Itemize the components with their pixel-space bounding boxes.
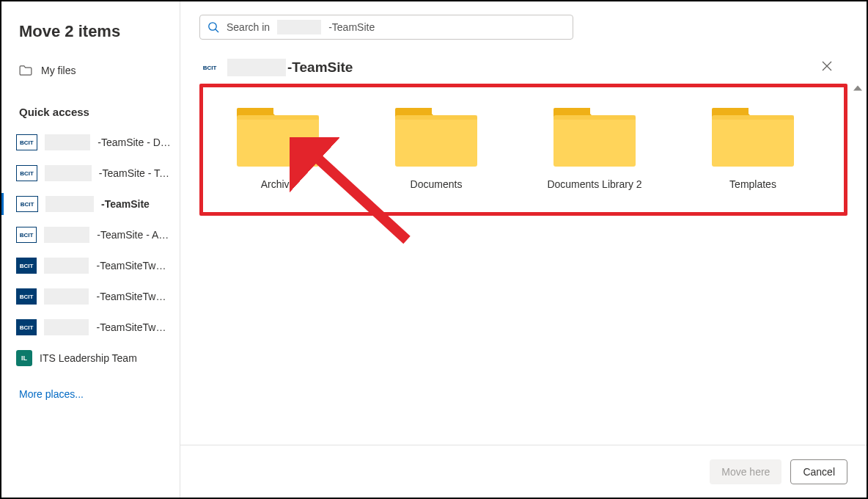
- svg-rect-10: [553, 115, 636, 120]
- sidebar-item-1[interactable]: BCIT-TeamSite - Te...: [1, 158, 180, 189]
- svg-line-1: [216, 29, 218, 32]
- redaction-mask: [44, 227, 89, 243]
- more-places-link[interactable]: More places...: [1, 374, 180, 415]
- svg-rect-6: [395, 115, 477, 167]
- folder-label: Archive: [261, 178, 295, 190]
- svg-rect-9: [553, 115, 636, 167]
- sidebar-item-label: -TeamSite: [101, 198, 150, 210]
- folder-icon: [234, 101, 322, 168]
- sidebar-item-6[interactable]: BCIT-TeamSiteTwo -...: [1, 312, 180, 343]
- sidebar-item-7[interactable]: ILITS Leadership Team: [1, 343, 180, 374]
- folder-label: Documents Library 2: [547, 178, 641, 190]
- bcit-logo-icon: BCIT: [16, 258, 37, 274]
- sidebar-item-label: -TeamSite - Te...: [99, 167, 171, 179]
- bcit-logo-icon: BCIT: [16, 227, 37, 243]
- svg-rect-12: [712, 115, 794, 167]
- svg-rect-4: [237, 115, 319, 120]
- search-field[interactable]: Search in -TeamSite: [199, 15, 573, 40]
- sidebar-item-label: -TeamSiteTwo -...: [96, 260, 171, 272]
- folder-icon: [392, 101, 480, 168]
- redaction-mask: [45, 165, 92, 181]
- sidebar-item-3[interactable]: BCIT-TeamSite - Arc...: [1, 219, 180, 250]
- redaction-mask: [44, 319, 89, 335]
- bcit-logo-icon: BCIT: [16, 319, 37, 335]
- close-icon: [822, 60, 832, 75]
- bcit-logo-icon: BCIT: [16, 165, 37, 181]
- breadcrumb-mask: [227, 59, 286, 76]
- search-placeholder-prefix: Search in: [227, 21, 270, 33]
- sidebar-item-label: -TeamSite - Arc...: [97, 229, 171, 241]
- sidebar-item-my-files[interactable]: My files: [1, 59, 180, 91]
- sidebar-item-2[interactable]: BCIT-TeamSite: [1, 189, 180, 219]
- footer: Move here Cancel: [180, 445, 867, 498]
- bcit-logo-icon: BCIT: [16, 288, 37, 305]
- content-area: Archive Documents Documents Library 2 Te…: [180, 82, 867, 445]
- svg-rect-13: [712, 115, 794, 120]
- folder-icon: [551, 101, 639, 168]
- folder-outline-icon: [19, 65, 32, 76]
- folder-grid: Archive Documents Documents Library 2 Te…: [218, 101, 829, 190]
- move-dialog: Move 2 items My files Quick access BCIT-…: [0, 0, 868, 499]
- redaction-mask: [44, 258, 89, 274]
- search-placeholder-suffix: -TeamSite: [328, 21, 375, 33]
- bcit-logo-icon: BCIT: [199, 62, 220, 73]
- my-files-label: My files: [41, 65, 76, 76]
- redaction-mask: [44, 288, 89, 305]
- sidebar-item-label: -TeamSiteTwo -...: [96, 321, 171, 333]
- folder-label: Documents: [411, 178, 463, 190]
- search-icon: [207, 21, 219, 33]
- search-bar-area: Search in -TeamSite: [180, 1, 867, 45]
- sidebar: Move 2 items My files Quick access BCIT-…: [1, 1, 180, 498]
- breadcrumb-row: BCIT -TeamSite: [180, 45, 867, 82]
- folder-tile-templates[interactable]: Templates: [702, 101, 804, 190]
- site-initials-icon: IL: [16, 350, 32, 366]
- close-button[interactable]: [817, 57, 837, 78]
- bcit-logo-icon: BCIT: [16, 134, 37, 150]
- breadcrumb-suffix: -TeamSite: [287, 59, 353, 76]
- folder-icon: [709, 101, 797, 168]
- redaction-mask: [45, 196, 94, 212]
- search-placeholder-mask: [277, 20, 321, 34]
- svg-rect-7: [395, 115, 477, 120]
- svg-rect-3: [237, 115, 319, 167]
- move-here-button[interactable]: Move here: [710, 459, 781, 484]
- sidebar-item-label: -TeamSiteTwo -...: [96, 291, 171, 302]
- bcit-logo-icon: BCIT: [16, 196, 38, 212]
- dialog-title: Move 2 items: [1, 16, 180, 59]
- main-panel: Search in -TeamSite BCIT -TeamSite: [180, 1, 867, 498]
- svg-point-0: [209, 23, 216, 30]
- cancel-button[interactable]: Cancel: [790, 459, 847, 484]
- sidebar-item-4[interactable]: BCIT-TeamSiteTwo -...: [1, 250, 180, 281]
- sidebar-item-label: ITS Leadership Team: [40, 352, 137, 364]
- sidebar-item-5[interactable]: BCIT-TeamSiteTwo -...: [1, 281, 180, 312]
- annotation-highlight-box: Archive Documents Documents Library 2 Te…: [199, 84, 847, 216]
- folder-tile-documents-library-2[interactable]: Documents Library 2: [543, 101, 646, 190]
- redaction-mask: [45, 134, 91, 150]
- quick-access-header: Quick access: [1, 91, 180, 127]
- sidebar-item-0[interactable]: BCIT-TeamSite - Do...: [1, 127, 180, 158]
- sidebar-item-label: -TeamSite - Do...: [98, 136, 171, 148]
- quick-access-list: BCIT-TeamSite - Do...BCIT-TeamSite - Te.…: [1, 127, 180, 374]
- breadcrumb[interactable]: -TeamSite: [227, 59, 353, 76]
- folder-tile-archive[interactable]: Archive: [227, 101, 329, 190]
- folder-tile-documents[interactable]: Documents: [385, 101, 488, 190]
- folder-label: Templates: [729, 178, 776, 190]
